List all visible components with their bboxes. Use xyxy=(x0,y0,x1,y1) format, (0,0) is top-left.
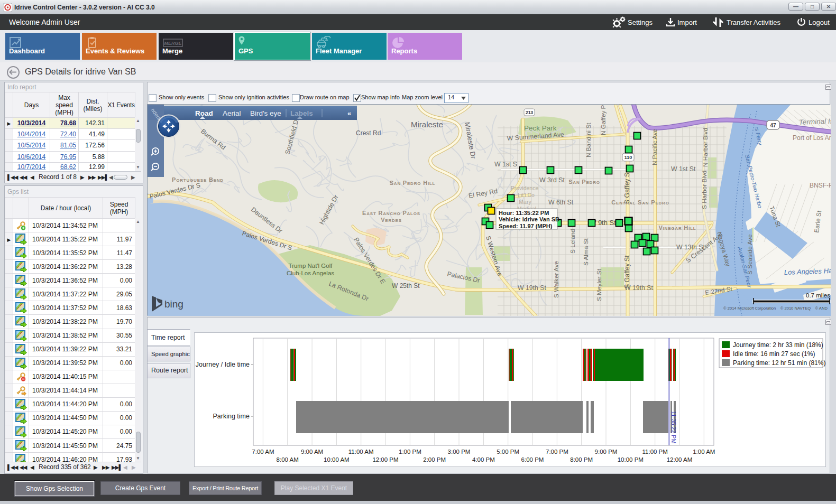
svg-text:Parking time: Parking time xyxy=(213,413,250,420)
svg-text:Hour: 11:35:22 PM: Hour: 11:35:22 PM xyxy=(499,210,549,216)
svg-text:Speed: 11.97 (MPH): Speed: 11.97 (MPH) xyxy=(499,223,553,229)
svg-text:N Harbor Blvd: N Harbor Blvd xyxy=(702,128,709,167)
svg-text:110: 110 xyxy=(624,155,632,160)
svg-text:12:00 PM: 12:00 PM xyxy=(372,456,398,463)
svg-text:Bird's eye: Bird's eye xyxy=(250,109,281,117)
svg-text:Idle time: 16 min 27 sec (1%): Idle time: 16 min 27 sec (1%) xyxy=(733,350,815,358)
svg-text:© 2014 Microsoft Corporation: © 2014 Microsoft Corporation © 2010 NAVT… xyxy=(723,306,828,311)
svg-text:12:00 AM: 12:00 AM xyxy=(667,456,693,463)
svg-text:Club-Los Angelas: Club-Los Angelas xyxy=(287,270,334,276)
svg-text:W 19th St: W 19th St xyxy=(518,284,547,292)
svg-text:MERGE: MERGE xyxy=(164,41,182,46)
svg-text:Lit'l Co: Lit'l Co xyxy=(518,192,535,198)
svg-text:bing: bing xyxy=(164,298,183,310)
svg-text:8:00 PM: 8:00 PM xyxy=(570,456,593,463)
svg-text:2:00 PM: 2:00 PM xyxy=(423,456,446,463)
svg-text:Providence: Providence xyxy=(511,185,539,191)
svg-text:10:00 AM: 10:00 AM xyxy=(324,456,350,463)
svg-text:47: 47 xyxy=(770,123,776,128)
svg-text:7:00 AM: 7:00 AM xyxy=(252,449,274,455)
svg-text:S Alma St: S Alma St xyxy=(582,238,590,266)
svg-text:W 1st S: W 1st S xyxy=(494,161,517,168)
svg-text:W 3rd St: W 3rd St xyxy=(539,176,565,184)
svg-text:Trump Nat'l Golf: Trump Nat'l Golf xyxy=(289,263,333,269)
svg-text:10:00 PM: 10:00 PM xyxy=(618,456,644,463)
svg-text:S Leland: S Leland xyxy=(569,229,576,254)
svg-text:0.7 miles: 0.7 miles xyxy=(806,292,830,298)
svg-text:S Harbor Blvd: S Harbor Blvd xyxy=(701,171,708,209)
svg-text:Terminal Isl: Terminal Isl xyxy=(799,117,831,126)
svg-text:S Gaffey S: S Gaffey S xyxy=(623,173,631,204)
svg-text:11:00 AM: 11:00 AM xyxy=(348,449,374,455)
svg-text:W 1st St: W 1st St xyxy=(671,165,696,173)
svg-text:S Meyler St: S Meyler St xyxy=(595,268,603,301)
svg-text:5:00 PM: 5:00 PM xyxy=(497,449,519,455)
svg-text:Aerial: Aerial xyxy=(223,109,241,117)
svg-text:Journey / Idle time: Journey / Idle time xyxy=(196,361,250,368)
svg-text:Road: Road xyxy=(195,109,213,117)
svg-text:Journey time: 2 hr 33 min (18%: Journey time: 2 hr 33 min (18%) xyxy=(733,341,823,349)
svg-text:N Gaffey Pl: N Gaffey Pl xyxy=(600,105,607,135)
svg-text:11:00 PM: 11:00 PM xyxy=(642,449,668,455)
svg-text:6:00 PM: 6:00 PM xyxy=(521,456,544,463)
svg-text:Miraleste: Miraleste xyxy=(411,120,443,129)
svg-text:S Gaffey St: S Gaffey St xyxy=(623,255,631,288)
svg-text:Labels: Labels xyxy=(290,109,313,117)
svg-text:1:00 AM: 1:00 AM xyxy=(693,449,715,455)
svg-text:N Bandini St: N Bandini St xyxy=(585,123,592,157)
svg-text:11:35:22 PM: 11:35:22 PM xyxy=(670,411,677,444)
svg-text:3:00 PM: 3:00 PM xyxy=(448,449,471,455)
svg-text:BNSF-Port: BNSF-Port xyxy=(810,182,831,189)
svg-text:Vehicle: idrive Van SB: Vehicle: idrive Van SB xyxy=(499,216,559,222)
svg-text:S Walker Ave: S Walker Ave xyxy=(553,260,560,298)
svg-text:«: « xyxy=(347,109,351,117)
svg-text:9:00 AM: 9:00 AM xyxy=(301,449,323,455)
svg-text:Peck Park: Peck Park xyxy=(524,124,557,132)
svg-text:Crest Rd: Crest Rd xyxy=(356,129,381,137)
svg-text:N Pacific Ave: N Pacific Ave xyxy=(651,128,658,165)
svg-text:Los Angeles Harbor: Los Angeles Harbor xyxy=(784,266,831,276)
svg-text:W 6th St: W 6th St xyxy=(548,199,574,206)
svg-text:Port of Los Angel: Port of Los Angel xyxy=(793,134,831,142)
svg-text:Parking time: 12 hr 51 min (81: Parking time: 12 hr 51 min (81%) xyxy=(733,359,825,367)
svg-text:W 19th St: W 19th St xyxy=(624,284,654,292)
svg-text:7:00 PM: 7:00 PM xyxy=(546,449,568,455)
svg-text:W 25th St: W 25th St xyxy=(392,282,420,290)
svg-text:4:00 PM: 4:00 PM xyxy=(472,456,495,463)
svg-text:9:00 PM: 9:00 PM xyxy=(595,449,618,455)
svg-text:Mary: Mary xyxy=(519,199,531,205)
svg-text:8:00 AM: 8:00 AM xyxy=(277,456,299,463)
svg-text:213: 213 xyxy=(526,110,533,115)
svg-text:1:00 PM: 1:00 PM xyxy=(399,449,421,455)
